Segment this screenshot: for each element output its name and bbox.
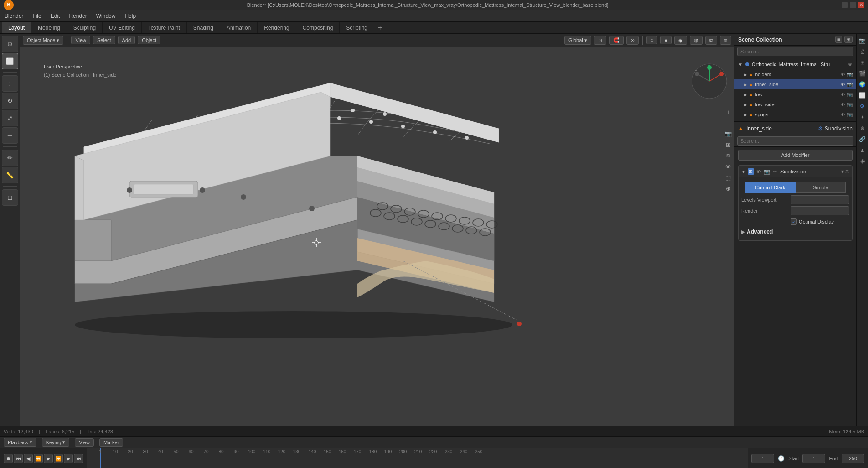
- tab-texture-paint[interactable]: Texture Paint: [142, 22, 187, 33]
- view-layer-props-button[interactable]: ⊞: [858, 57, 868, 68]
- render-icon-4[interactable]: 📷: [847, 102, 852, 107]
- transform-tool-button[interactable]: ✛: [2, 127, 18, 144]
- transform-pivot-button[interactable]: ⊙: [594, 36, 606, 45]
- snap-button[interactable]: 🧲: [609, 36, 624, 45]
- viewport-render-button[interactable]: ◍: [690, 36, 703, 45]
- render-icon-5[interactable]: 📷: [847, 112, 852, 117]
- render-icon[interactable]: 📷: [847, 72, 852, 77]
- local-view-button[interactable]: ⧈: [723, 151, 733, 161]
- menu-file[interactable]: File: [28, 10, 46, 21]
- viewport-wireframe-button[interactable]: ○: [646, 36, 658, 44]
- outliner-search-input[interactable]: [737, 47, 853, 56]
- frame-end-button[interactable]: ⏭: [74, 454, 83, 463]
- tab-animation[interactable]: Animation: [220, 22, 258, 33]
- measure-tool-button[interactable]: 📏: [2, 167, 18, 183]
- frame-step-fwd-button[interactable]: ⏩: [54, 454, 63, 463]
- menu-help[interactable]: Help: [120, 10, 140, 21]
- catmull-clark-tab[interactable]: Catmull-Clark: [745, 182, 796, 193]
- scale-tool-button[interactable]: ⤢: [2, 110, 18, 126]
- particles-props-button[interactable]: ✦: [858, 112, 868, 122]
- visibility-button[interactable]: 👁: [723, 161, 733, 172]
- play-button[interactable]: ▶: [44, 454, 53, 463]
- menu-blender[interactable]: Blender: [0, 10, 28, 21]
- tab-layout[interactable]: Layout: [2, 22, 31, 33]
- add-cube-button[interactable]: ⊞: [2, 189, 18, 206]
- render-props-button[interactable]: 📷: [858, 36, 868, 46]
- proportional-edit-button[interactable]: ⊙: [626, 36, 639, 45]
- keying-menu-button[interactable]: Keying ▾: [42, 438, 70, 447]
- transform-global-dropdown[interactable]: Global ▾: [564, 36, 591, 45]
- render-icon-2[interactable]: 📷: [847, 82, 852, 87]
- overlay-button[interactable]: ⧉: [705, 36, 717, 45]
- menu-window[interactable]: Window: [92, 10, 120, 21]
- eye-icon-4[interactable]: 👁: [841, 92, 845, 97]
- menu-render[interactable]: Render: [64, 10, 91, 21]
- constraints-props-button[interactable]: 🔗: [858, 134, 868, 144]
- world-space-button[interactable]: ⊕: [723, 183, 733, 193]
- end-frame-input[interactable]: [842, 454, 864, 463]
- modifier-expand-icon[interactable]: ▼: [741, 169, 746, 174]
- material-props-button[interactable]: ◉: [858, 156, 868, 166]
- tab-compositing[interactable]: Compositing: [296, 22, 340, 33]
- start-frame-input[interactable]: [802, 454, 825, 463]
- outliner-item-sprigs[interactable]: ▶ ▲ sprigs 👁 📷: [734, 109, 856, 120]
- add-modifier-button[interactable]: Add Modifier: [738, 150, 852, 161]
- viewport-material-button[interactable]: ◉: [674, 36, 687, 45]
- physics-props-button[interactable]: ⊕: [858, 123, 868, 133]
- tab-scripting[interactable]: Scripting: [340, 22, 374, 33]
- render-levels-input[interactable]: 2: [790, 206, 849, 215]
- marker-button[interactable]: Marker: [99, 438, 123, 447]
- viewport-solid-button[interactable]: ●: [660, 36, 672, 44]
- outliner-item-low[interactable]: ▶ ▲ low 👁 📷: [734, 89, 856, 99]
- view-menu-button[interactable]: View: [71, 36, 90, 44]
- tab-rendering[interactable]: Rendering: [258, 22, 296, 33]
- levels-viewport-input[interactable]: 0: [790, 195, 849, 204]
- zoom-in-button[interactable]: +: [723, 107, 733, 117]
- xray-button[interactable]: ⧇: [720, 36, 731, 45]
- levels-viewport-value[interactable]: 0: [794, 197, 846, 203]
- frame-next-button[interactable]: ▶: [64, 454, 73, 463]
- menu-edit[interactable]: Edit: [46, 10, 65, 21]
- object-mode-dropdown[interactable]: Object Mode ▾: [23, 36, 63, 45]
- eye-icon-2[interactable]: 👁: [841, 72, 845, 77]
- outliner-options-button[interactable]: ⊞: [844, 36, 852, 43]
- modifier-apply-icon[interactable]: ▾: [841, 168, 844, 175]
- add-workspace-button[interactable]: +: [374, 24, 386, 32]
- tab-modeling[interactable]: Modeling: [31, 22, 67, 33]
- record-button[interactable]: ⏺: [4, 454, 13, 463]
- outliner-item-low-side[interactable]: ▶ ▲ low_side 👁 📷: [734, 99, 856, 109]
- frame-start-button[interactable]: ⏮: [14, 454, 23, 463]
- viewport[interactable]: Object Mode ▾ View Select Add Object Glo…: [20, 34, 734, 436]
- select-menu-button[interactable]: Select: [93, 36, 115, 44]
- eye-icon-5[interactable]: 👁: [841, 102, 845, 107]
- world-props-button[interactable]: 🌍: [858, 79, 868, 89]
- frame-all-button[interactable]: ⊞: [723, 140, 733, 150]
- tab-uv-editing[interactable]: UV Editing: [103, 22, 142, 33]
- current-frame-input[interactable]: [751, 454, 774, 463]
- frame-prev-button[interactable]: ◀: [24, 454, 33, 463]
- maximize-button[interactable]: □: [850, 2, 856, 8]
- minimize-button[interactable]: ─: [842, 2, 848, 8]
- select-box-tool-button[interactable]: ⬜: [2, 53, 18, 69]
- outliner-item-scene-collection[interactable]: ▼ Orthopedic_Mattress_Internal_Stru 👁: [734, 59, 856, 69]
- modifier-delete-button[interactable]: ✕: [845, 168, 849, 175]
- render-icon-3[interactable]: 📷: [847, 92, 852, 97]
- camera-view-button[interactable]: 📷: [723, 129, 733, 139]
- scene-props-button[interactable]: 🎬: [858, 68, 868, 78]
- timeline-view-button[interactable]: View: [75, 438, 94, 447]
- frame-step-back-button[interactable]: ⏪: [34, 454, 43, 463]
- object-data-props-button[interactable]: ▲: [858, 145, 868, 155]
- tab-sculpting[interactable]: Sculpting: [67, 22, 103, 33]
- zoom-out-button[interactable]: −: [723, 118, 733, 128]
- modifier-visibility-toggle[interactable]: 👁: [756, 169, 761, 174]
- eye-icon[interactable]: 👁: [848, 62, 852, 67]
- advanced-section-header[interactable]: ▶ Advanced: [741, 229, 849, 235]
- annotate-tool-button[interactable]: ✏: [2, 150, 18, 166]
- properties-search-input[interactable]: [737, 136, 853, 146]
- object-props-button[interactable]: ⬜: [858, 90, 868, 100]
- optimal-display-checkbox[interactable]: [790, 218, 797, 225]
- render-levels-value[interactable]: 2: [794, 208, 846, 213]
- move-tool-button[interactable]: ↕: [2, 75, 18, 92]
- modifier-edit-toggle[interactable]: ✏: [773, 169, 777, 175]
- outliner-filter-button[interactable]: ≡: [835, 36, 842, 43]
